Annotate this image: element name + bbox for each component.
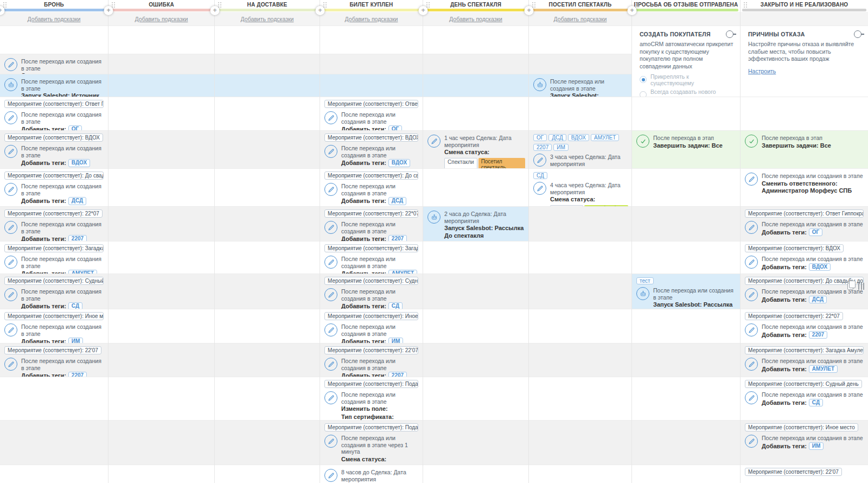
tag-chip[interactable]: АМУЛЕТ — [68, 270, 97, 274]
automation-card-add-tags[interactable]: Мероприятие (соответствует): ВДОХ После … — [741, 242, 868, 273]
tag-chip[interactable]: ВДОХ — [568, 134, 589, 141]
column-title[interactable]: ПОСЕТИЛ СПЕКТАКЛЬ — [529, 0, 631, 8]
tag-chip[interactable]: тест — [636, 277, 654, 284]
automation-card-add-tags[interactable]: Мероприятие (соответствует): Иное место … — [320, 309, 423, 344]
automation-card-add-tags[interactable]: Мероприятие (соответствует): Загадка Аму… — [0, 242, 108, 274]
automation-card-add-tags[interactable]: Мероприятие (соответствует): До свадьбы … — [0, 169, 108, 207]
automation-card-add-tags[interactable]: Мероприятие (соответствует): 22'07 После… — [320, 344, 423, 377]
automation-card-add-tags[interactable]: Мероприятие (соответствует): Судный день… — [741, 377, 868, 409]
automation-card-add-tags[interactable]: Мероприятие (соответствует): 22*07 После… — [741, 309, 868, 341]
automation-card-add-tags[interactable]: Мероприятие (соответствует): ВДОХ После … — [320, 131, 423, 169]
automation-card-add-tags[interactable]: Мероприятие (соответствует): Загадка Аму… — [320, 242, 423, 274]
automation-card-add-tags[interactable]: Мероприятие (соответствует): 22'07 После… — [0, 344, 108, 377]
tag-chip[interactable]: СД — [809, 399, 823, 407]
add-stage-button[interactable]: + — [419, 6, 428, 15]
add-stage-button[interactable]: + — [316, 6, 325, 15]
tag-chip[interactable]: ДСД — [548, 134, 566, 141]
add-stage-button[interactable]: + — [628, 6, 637, 15]
automation-card-add-tags[interactable]: Мероприятие (соответствует): Судный день… — [320, 274, 423, 309]
tag-chip[interactable]: ОГ — [809, 228, 822, 237]
automation-card-add-tags[interactable]: Мероприятие (соответствует): 22'07 — [741, 465, 868, 480]
automation-card-add-tags[interactable]: Мероприятие (соответствует): До свадьбы … — [741, 274, 868, 306]
tag-chip[interactable]: АМУЛЕТ — [591, 134, 619, 141]
column-title[interactable]: НА ДОСТАВКЕ — [215, 0, 320, 8]
automation-card-change-field[interactable]: Мероприятие (соответствует): Подарочный … — [320, 377, 423, 421]
automation-card-salesbot-before-show[interactable]: 2 часа до Сделка: Дата мероприятия Запус… — [423, 207, 528, 242]
tag-chip[interactable]: ИМ — [68, 338, 84, 344]
add-hints-link[interactable]: Добавить подсказки — [28, 16, 81, 22]
radio-create-new[interactable]: Всегда создавать нового покупателя — [640, 88, 733, 97]
add-hints-link[interactable]: Добавить подсказки — [241, 16, 294, 22]
automation-card-add-tags[interactable]: Мероприятие (соответствует): Судный день… — [0, 274, 108, 309]
automation-card-timed[interactable]: 8 часов до Сделка: Дата мероприятия — [320, 465, 423, 483]
automation-card-change-status[interactable]: Мероприятие (соответствует): Подарочный … — [320, 421, 423, 465]
tag-chip[interactable]: ОГ — [533, 134, 547, 141]
tag-chip[interactable]: АМУЛЕТ — [388, 270, 417, 274]
trigger-label: После перехода или создания в этапе — [341, 145, 419, 158]
tag-chip[interactable]: СД — [388, 302, 403, 309]
edit-pencil-icon — [4, 323, 17, 336]
automation-card-add-tags[interactable]: Мероприятие (соответствует): Загадка Аму… — [741, 344, 868, 375]
tag-chip[interactable]: ОГ — [68, 125, 82, 131]
add-hints-link[interactable]: Добавить подсказки — [135, 16, 188, 22]
column-title[interactable]: ОШИБКА — [108, 0, 214, 8]
tag-chip[interactable]: СД — [533, 172, 547, 179]
tag-chip[interactable]: 2207 — [68, 235, 87, 242]
automation-card-change-status[interactable]: 1 час через Сделка: Дата мероприятия Сме… — [423, 131, 528, 169]
automation-card-add-tags[interactable]: Мероприятие (соответствует): Ответ Гиппо… — [741, 207, 868, 238]
automation-card-add-tags[interactable]: Мероприятие (соответствует): ВДОХ После … — [0, 131, 108, 169]
add-stage-button[interactable]: + — [525, 6, 534, 15]
tag-chip[interactable]: 2207 — [68, 372, 87, 377]
tag-chip[interactable]: ДСД — [68, 197, 86, 205]
automation-card-salesbot-show[interactable]: После перехода или создания в этапе Запу… — [529, 74, 631, 97]
automation-card-add-tags[interactable]: Мероприятие (соответствует): Иное место … — [741, 421, 868, 452]
automation-card-add-tags[interactable]: Мероприятие (соответствует): Иное место … — [0, 309, 108, 344]
add-hints-link[interactable]: Добавить подсказки — [449, 16, 502, 22]
automation-card-add-tags[interactable]: Мероприятие (соответствует): До свадьбы … — [320, 169, 423, 207]
automation-card-add-tags[interactable]: Мероприятие (соответствует): 22*07 После… — [320, 207, 423, 242]
automation-card-change-status[interactable]: СД 4 часа через Сделка: Дата мероприятия… — [529, 169, 631, 207]
column-title[interactable]: ДЕНЬ СПЕКТАКЛЯ — [423, 0, 528, 8]
automation-card-change-owner[interactable]: После перехода или создания в этапе Смен… — [0, 54, 108, 74]
tag-chip[interactable]: СД — [68, 302, 82, 309]
panel-toggle-icon[interactable] — [726, 30, 733, 38]
copy-icon[interactable] — [847, 283, 853, 290]
tag-chip[interactable]: ИМ — [388, 338, 404, 344]
configure-link[interactable]: Настроить — [748, 68, 776, 74]
tag-chip[interactable]: 2207 — [809, 331, 827, 339]
tag-chip[interactable]: 2207 — [388, 235, 407, 242]
tag-chip[interactable]: ВДОХ — [68, 159, 90, 167]
automation-card-add-tags[interactable]: Мероприятие (соответствует): 22*07 После… — [0, 207, 108, 242]
tag-chip[interactable]: ИМ — [809, 442, 824, 450]
tag-chip[interactable]: ДСД — [809, 296, 827, 304]
tag-chip[interactable]: ИМ — [553, 144, 569, 151]
tag-chip[interactable]: 2207 — [388, 372, 407, 377]
tag-chip[interactable]: ВДОХ — [809, 263, 831, 271]
panel-toggle-icon[interactable] — [854, 30, 861, 38]
column-title[interactable]: ЗАКРЫТО И НЕ РЕАЛИЗОВАНО — [741, 0, 868, 8]
automation-card-salesbot-after-show[interactable]: тест После перехода или создания в этапе… — [632, 274, 740, 309]
automation-card-add-tags[interactable]: Мероприятие (соответствует): Ответ Гиппо… — [320, 97, 423, 131]
column-color-bar — [110, 9, 213, 11]
automation-card-complete-tasks[interactable]: После перехода в этап Завершить задачи: … — [741, 131, 868, 151]
automation-card-change-owner[interactable]: После перехода или создания в этапе Смен… — [741, 169, 868, 197]
tag-chip[interactable]: ОГ — [388, 125, 402, 131]
add-hints-link[interactable]: Добавить подсказки — [345, 16, 398, 22]
column-title[interactable]: ПРОСЬБА ОБ ОТЗЫВЕ ОТПРАВЛЕНА — [632, 0, 740, 8]
column-title[interactable]: БИЛЕТ КУПЛЕН — [320, 0, 423, 8]
column-drag-handle-icon[interactable] — [743, 2, 748, 8]
tag-chip[interactable]: ДСД — [388, 197, 406, 205]
radio-attach-existing[interactable]: Прикреплять к существующему — [640, 73, 733, 86]
add-stage-button[interactable]: + — [104, 6, 113, 15]
automation-card-complete-tasks[interactable]: После перехода в этап Завершить задачи: … — [632, 131, 740, 151]
tag-chip[interactable]: 2207 — [533, 144, 552, 151]
add-stage-button[interactable]: + — [210, 6, 220, 15]
automation-card-salesbot-source[interactable]: После перехода или создания в этапе Запу… — [0, 74, 108, 97]
add-hints-link[interactable]: Добавить подсказки — [554, 16, 607, 22]
menu-icon[interactable] — [858, 283, 864, 290]
tag-chip[interactable]: ВДОХ — [388, 159, 410, 167]
automation-card-add-tags[interactable]: Мероприятие (соответствует): Ответ Гиппо… — [0, 97, 108, 131]
automation-card-change-status[interactable]: ОГДСДВДОХАМУЛЕТ2207ИМ 3 часа через Сделк… — [529, 131, 631, 169]
tag-chip[interactable]: АМУЛЕТ — [809, 365, 838, 373]
column-title[interactable]: БРОНЬ — [0, 0, 108, 8]
